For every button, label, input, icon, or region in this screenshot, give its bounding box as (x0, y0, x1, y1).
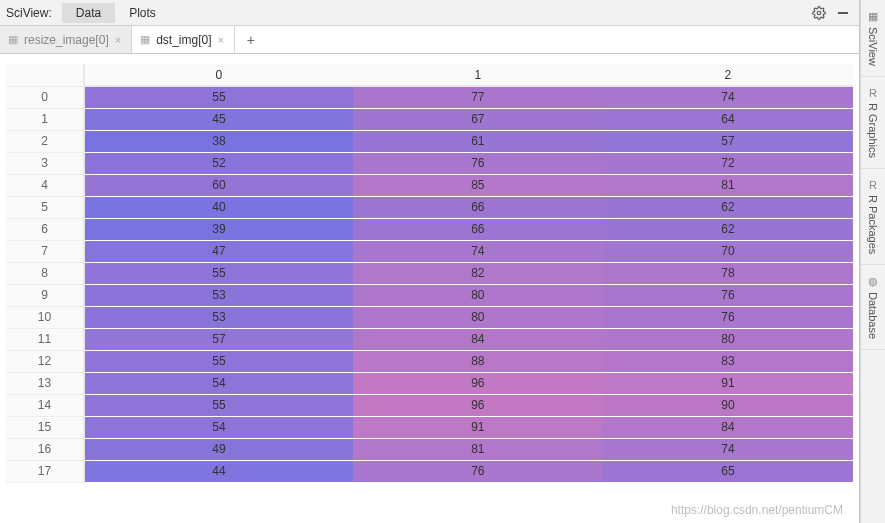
data-cell[interactable]: 55 (84, 394, 353, 416)
table-icon: ▦ (8, 33, 18, 46)
table-row[interactable]: 9538076 (6, 284, 853, 306)
data-cell[interactable]: 57 (603, 130, 853, 152)
subtab-data[interactable]: Data (62, 3, 115, 23)
data-cell[interactable]: 80 (353, 284, 603, 306)
data-cell[interactable]: 66 (353, 196, 603, 218)
table-row[interactable]: 3527672 (6, 152, 853, 174)
rail-label: Database (867, 292, 879, 339)
data-cell[interactable]: 96 (353, 372, 603, 394)
table-row[interactable]: 7477470 (6, 240, 853, 262)
data-cell[interactable]: 40 (84, 196, 353, 218)
data-cell[interactable]: 70 (603, 240, 853, 262)
data-cell[interactable]: 54 (84, 416, 353, 438)
data-cell[interactable]: 54 (84, 372, 353, 394)
col-header[interactable]: 1 (353, 64, 603, 86)
data-cell[interactable]: 80 (353, 306, 603, 328)
data-cell[interactable]: 82 (353, 262, 603, 284)
table-row[interactable]: 0557774 (6, 86, 853, 108)
rail-label: R Graphics (867, 103, 879, 158)
data-cell[interactable]: 65 (603, 460, 853, 482)
sciview-panel: SciView: Data Plots ▦ resize_image[0] × … (0, 0, 860, 523)
table-row[interactable]: 16498174 (6, 438, 853, 460)
data-cell[interactable]: 39 (84, 218, 353, 240)
data-cell[interactable]: 67 (353, 108, 603, 130)
data-cell[interactable]: 85 (353, 174, 603, 196)
subtab-plots[interactable]: Plots (115, 3, 170, 23)
rail-label: R Packages (867, 195, 879, 254)
gear-icon[interactable] (809, 3, 829, 23)
data-cell[interactable]: 74 (603, 438, 853, 460)
table-row[interactable]: 14559690 (6, 394, 853, 416)
table-row[interactable]: 11578480 (6, 328, 853, 350)
rail-item-rpackages[interactable]: R R Packages (861, 169, 885, 265)
rail-item-sciview[interactable]: ▦ SciView (861, 0, 885, 77)
data-cell[interactable]: 38 (84, 130, 353, 152)
data-cell[interactable]: 74 (353, 240, 603, 262)
table-row[interactable]: 5406662 (6, 196, 853, 218)
col-header[interactable]: 2 (603, 64, 853, 86)
col-header[interactable]: 0 (84, 64, 353, 86)
data-cell[interactable]: 55 (84, 86, 353, 108)
data-cell[interactable]: 76 (603, 306, 853, 328)
data-cell[interactable]: 62 (603, 196, 853, 218)
table-row[interactable]: 8558278 (6, 262, 853, 284)
data-cell[interactable]: 64 (603, 108, 853, 130)
data-cell[interactable]: 53 (84, 306, 353, 328)
row-index: 14 (6, 394, 84, 416)
data-cell[interactable]: 60 (84, 174, 353, 196)
data-cell[interactable]: 57 (84, 328, 353, 350)
file-tab-dst-img[interactable]: ▦ dst_img[0] × (132, 26, 235, 53)
data-cell[interactable]: 91 (603, 372, 853, 394)
data-cell[interactable]: 61 (353, 130, 603, 152)
data-cell[interactable]: 62 (603, 218, 853, 240)
table-row[interactable]: 6396662 (6, 218, 853, 240)
data-cell[interactable]: 81 (603, 174, 853, 196)
file-tab-resize-image[interactable]: ▦ resize_image[0] × (0, 26, 132, 53)
database-icon: ◍ (868, 275, 878, 288)
data-cell[interactable]: 88 (353, 350, 603, 372)
data-cell[interactable]: 52 (84, 152, 353, 174)
row-index: 4 (6, 174, 84, 196)
data-cell[interactable]: 76 (353, 152, 603, 174)
data-cell[interactable]: 78 (603, 262, 853, 284)
table-row[interactable]: 13549691 (6, 372, 853, 394)
data-cell[interactable]: 90 (603, 394, 853, 416)
data-cell[interactable]: 80 (603, 328, 853, 350)
data-cell[interactable]: 44 (84, 460, 353, 482)
close-icon[interactable]: × (218, 34, 224, 46)
data-cell[interactable]: 49 (84, 438, 353, 460)
table-row[interactable]: 10538076 (6, 306, 853, 328)
data-cell[interactable]: 74 (603, 86, 853, 108)
data-cell[interactable]: 77 (353, 86, 603, 108)
rail-item-database[interactable]: ◍ Database (861, 265, 885, 350)
right-rail: ▦ SciView R R Graphics R R Packages ◍ Da… (860, 0, 885, 523)
add-tab-button[interactable]: + (235, 26, 267, 53)
data-cell[interactable]: 76 (353, 460, 603, 482)
close-icon[interactable]: × (115, 34, 121, 46)
data-cell[interactable]: 76 (603, 284, 853, 306)
data-cell[interactable]: 66 (353, 218, 603, 240)
table-row[interactable]: 1456764 (6, 108, 853, 130)
data-cell[interactable]: 55 (84, 262, 353, 284)
row-index: 1 (6, 108, 84, 130)
table-row[interactable]: 2386157 (6, 130, 853, 152)
data-cell[interactable]: 84 (603, 416, 853, 438)
data-cell[interactable]: 53 (84, 284, 353, 306)
table-row[interactable]: 17447665 (6, 460, 853, 482)
table-row[interactable]: 12558883 (6, 350, 853, 372)
data-cell[interactable]: 84 (353, 328, 603, 350)
data-cell[interactable]: 45 (84, 108, 353, 130)
table-row[interactable]: 15549184 (6, 416, 853, 438)
minimize-icon[interactable] (833, 3, 853, 23)
table-row[interactable]: 4608581 (6, 174, 853, 196)
row-index: 17 (6, 460, 84, 482)
data-cell[interactable]: 96 (353, 394, 603, 416)
data-cell[interactable]: 55 (84, 350, 353, 372)
rail-item-rgraphics[interactable]: R R Graphics (861, 77, 885, 169)
data-cell[interactable]: 91 (353, 416, 603, 438)
data-cell[interactable]: 72 (603, 152, 853, 174)
data-cell[interactable]: 83 (603, 350, 853, 372)
data-cell[interactable]: 47 (84, 240, 353, 262)
data-cell[interactable]: 81 (353, 438, 603, 460)
top-bar: SciView: Data Plots (0, 0, 859, 26)
